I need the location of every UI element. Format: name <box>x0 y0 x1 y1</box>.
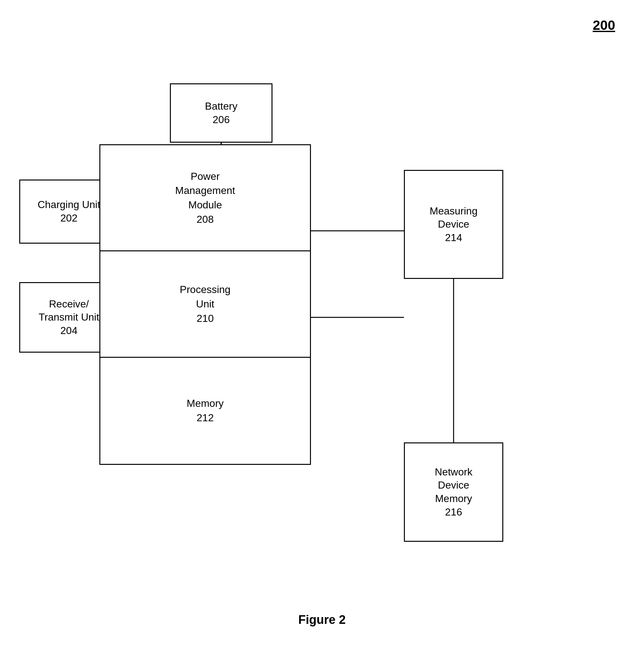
power-management-section: PowerManagementModule208 <box>100 145 310 251</box>
measuring-device-box: Measuring Device 214 <box>404 170 503 279</box>
main-module-box: PowerManagementModule208 ProcessingUnit2… <box>99 144 311 465</box>
figure-label: Figure 2 <box>298 613 346 627</box>
charging-unit-label: Charging Unit 202 <box>38 198 100 225</box>
processing-unit-section: ProcessingUnit210 <box>100 251 310 358</box>
receive-transmit-label: Receive/ Transmit Unit 204 <box>39 297 99 338</box>
network-device-memory-label: Network Device Memory 216 <box>435 465 472 519</box>
diagram-number: 200 <box>593 18 615 33</box>
measuring-device-label: Measuring Device 214 <box>430 205 477 245</box>
battery-box: Battery 206 <box>170 83 273 143</box>
diagram-container: 200 Battery 206 Charging Unit 202 <box>0 0 644 662</box>
memory-section: Memory212 <box>100 358 310 464</box>
network-device-memory-box: Network Device Memory 216 <box>404 442 503 542</box>
battery-label: Battery 206 <box>205 100 237 126</box>
